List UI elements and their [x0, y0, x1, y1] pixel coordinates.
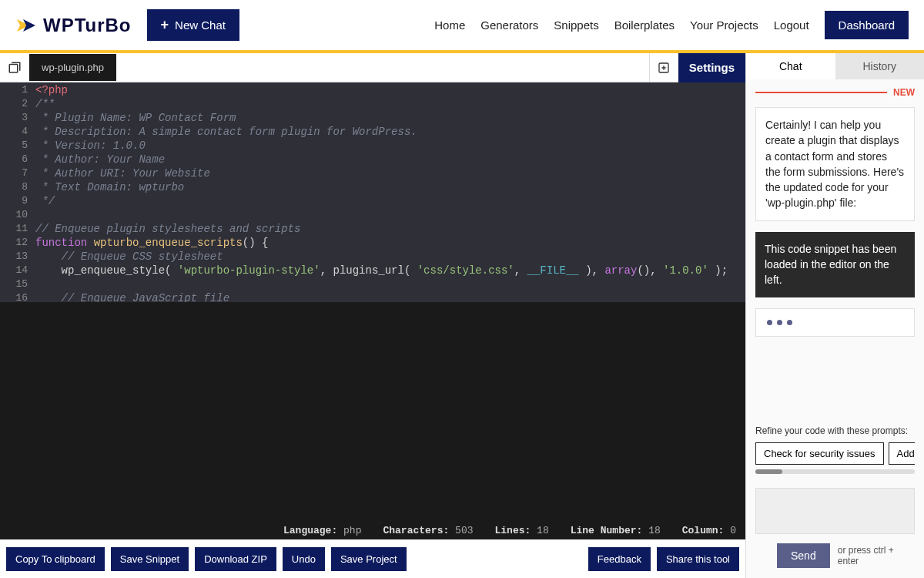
status-characters: Characters: 503	[383, 525, 473, 536]
new-divider: NEW	[746, 79, 924, 102]
editor-empty-space	[0, 302, 745, 522]
send-button[interactable]: Send	[777, 543, 830, 568]
share-tool-button[interactable]: Share this tool	[657, 547, 739, 571]
nav-your-projects[interactable]: Your Projects	[690, 18, 758, 32]
add-file-button[interactable]	[649, 53, 678, 82]
status-line-number: Line Number: 18	[571, 525, 661, 536]
nav-logout[interactable]: Logout	[774, 18, 809, 32]
new-chat-button[interactable]: + New Chat	[147, 9, 239, 41]
chip-security[interactable]: Check for security issues	[755, 442, 884, 465]
refine-section: Refine your code with these prompts: Che…	[746, 418, 924, 482]
send-hint: or press ctrl + enter	[838, 545, 915, 566]
logo-text: WPTurBo	[43, 15, 132, 36]
dot-icon	[777, 320, 782, 325]
refine-label: Refine your code with these prompts:	[755, 425, 915, 436]
status-bar: Language: php Characters: 503 Lines: 18 …	[0, 522, 745, 539]
dot-icon	[767, 320, 772, 325]
chat-input-area: Send or press ctrl + enter	[746, 482, 924, 578]
save-snippet-button[interactable]: Save Snippet	[111, 547, 189, 571]
plus-icon: +	[161, 17, 169, 33]
code-content[interactable]: <?php/** * Plugin Name: WP Contact Form …	[32, 82, 745, 302]
action-bar: Copy To clipboard Save Snippet Download …	[0, 539, 745, 578]
chip-comments[interactable]: Add comme	[889, 442, 916, 465]
svg-rect-0	[9, 64, 18, 72]
header: WPTurBo + New Chat Home Generators Snipp…	[0, 0, 924, 53]
tab-chat[interactable]: Chat	[746, 53, 835, 79]
new-chat-label: New Chat	[175, 18, 226, 32]
sidebar-tabs: Chat History	[746, 53, 924, 79]
loading-indicator	[755, 308, 915, 337]
nav-generators[interactable]: Generators	[480, 18, 538, 32]
logo[interactable]: WPTurBo	[15, 15, 132, 36]
feedback-button[interactable]: Feedback	[588, 547, 651, 571]
logo-arrow-icon	[15, 16, 37, 35]
main: wp-plugin.php Settings 12345678910111213…	[0, 53, 924, 578]
chat-input[interactable]	[755, 488, 915, 534]
status-lines: Lines: 18	[494, 525, 548, 536]
file-tab[interactable]: wp-plugin.php	[29, 54, 116, 81]
assistant-message: Certainly! I can help you create a plugi…	[755, 107, 915, 221]
download-zip-button[interactable]: Download ZIP	[195, 547, 276, 571]
main-nav: Home Generators Snippets Boilerplates Yo…	[434, 11, 909, 39]
nav-boilerplates[interactable]: Boilerplates	[614, 18, 675, 32]
settings-button[interactable]: Settings	[678, 53, 745, 82]
dashboard-button[interactable]: Dashboard	[825, 11, 909, 39]
line-gutter: 123456789101112131415161718	[0, 82, 32, 302]
chat-sidebar: Chat History NEW Certainly! I can help y…	[745, 53, 924, 578]
copy-clipboard-button[interactable]: Copy To clipboard	[6, 547, 105, 571]
file-tree-icon[interactable]	[0, 61, 29, 75]
undo-button[interactable]: Undo	[283, 547, 325, 571]
system-message: This code snippet has been loaded in the…	[755, 232, 915, 297]
status-language: Language: php	[283, 525, 361, 536]
tab-history[interactable]: History	[835, 53, 925, 79]
save-project-button[interactable]: Save Project	[331, 547, 407, 571]
status-column: Column: 0	[682, 525, 736, 536]
nav-home[interactable]: Home	[434, 18, 465, 32]
editor-area: wp-plugin.php Settings 12345678910111213…	[0, 53, 745, 578]
dot-icon	[787, 320, 792, 325]
refine-chips: Check for security issues Add comme	[755, 442, 915, 465]
editor-topbar: wp-plugin.php Settings	[0, 53, 745, 82]
code-editor[interactable]: 123456789101112131415161718 <?php/** * P…	[0, 82, 745, 302]
chip-scrollbar[interactable]	[755, 469, 915, 474]
chat-body: Certainly! I can help you create a plugi…	[746, 102, 924, 418]
nav-snippets[interactable]: Snippets	[554, 18, 598, 32]
new-label: NEW	[893, 87, 915, 98]
